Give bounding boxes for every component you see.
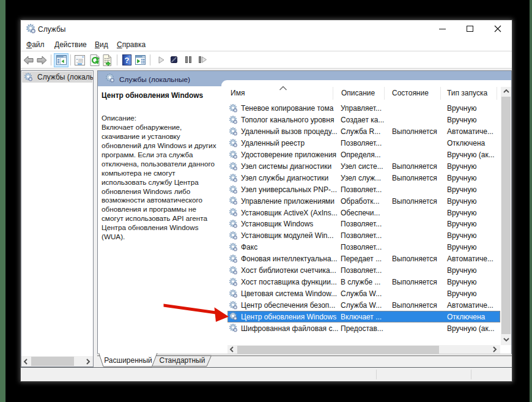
svg-text:Расширенный: Расширенный bbox=[104, 356, 152, 365]
svg-text:Стандартный: Стандартный bbox=[160, 356, 205, 365]
svg-text:?: ? bbox=[125, 56, 130, 65]
